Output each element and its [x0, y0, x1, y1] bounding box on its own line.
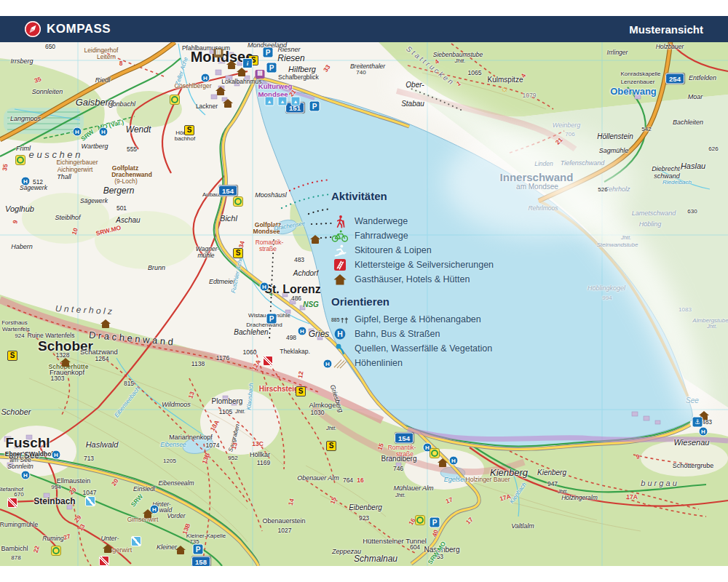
- road-shield: 254: [665, 73, 684, 84]
- svg-text:885: 885: [331, 317, 340, 322]
- leisure-icon: [233, 196, 243, 207]
- header-bar: KOMPASS Musteransicht: [0, 16, 728, 42]
- trail-number: 13: [231, 442, 239, 450]
- bike-icon: [331, 230, 349, 242]
- legend-activity-item: Wanderwege: [331, 214, 494, 228]
- parking-icon: P: [266, 63, 277, 73]
- leisure-icon: [415, 515, 425, 525]
- info-icon: i: [242, 58, 253, 68]
- hut-icon: [144, 514, 151, 518]
- kompass-sample-page: KOMPASS Musteransicht: [0, 0, 728, 582]
- trail-number: 12: [297, 371, 304, 379]
- bus-stop-icon: H: [52, 450, 61, 460]
- legend-orientation-title: Orientieren: [331, 295, 492, 308]
- trail-number: 14: [288, 498, 296, 506]
- legend-orientation-label: Quellen, Wasserfälle & Vegetation: [355, 343, 492, 354]
- hut-icon: [102, 324, 109, 328]
- road-shield: 158: [191, 557, 210, 567]
- legend-orientation-label: Bahn, Bus & Straßen: [355, 329, 440, 339]
- legend-activity-label: Klettersteige & Seilversicherungen: [355, 260, 494, 270]
- bus-stop-icon: H: [260, 282, 269, 292]
- legend-activity-item: Gasthäuser, Hotels & Hütten: [331, 272, 494, 287]
- ski-icon: [85, 496, 95, 506]
- parking-icon: P: [263, 47, 274, 58]
- parking-icon: P: [193, 544, 204, 555]
- bus-stop-icon: H: [699, 427, 708, 436]
- bus-icon: H: [331, 328, 349, 340]
- ski-icon: [331, 244, 349, 258]
- via-ferrata-icon: [99, 556, 109, 566]
- legend-orientation-label: Höhenlinien: [355, 358, 403, 368]
- contour-icon: [331, 358, 349, 369]
- legend-activity-label: Gasthäuser, Hotels & Hütten: [355, 274, 470, 284]
- bus-stop-icon: H: [21, 177, 31, 186]
- brand-name: KOMPASS: [47, 22, 111, 36]
- bus-stop-icon: H: [201, 73, 210, 83]
- legend-activity-item: Klettersteige & Seilversicherungen: [331, 258, 494, 272]
- parking-icon: P: [309, 101, 320, 112]
- legend-orientation-item: 885Gipfel, Berge & Höhenangaben: [331, 312, 492, 327]
- trail-number: 17A: [626, 494, 638, 501]
- legend-orientation-item: HBahn, Bus & Straßen: [331, 327, 492, 341]
- bus-s-icon: S: [7, 351, 17, 361]
- hut-icon: [331, 274, 349, 285]
- leisure-icon: [15, 155, 25, 165]
- boating-icon: ▲: [291, 97, 301, 106]
- ski-icon: [131, 536, 141, 546]
- hut-icon: [238, 72, 245, 76]
- bus-s-icon: S: [184, 125, 194, 135]
- hut-icon: [104, 549, 111, 553]
- legend-activity-label: Wanderwege: [355, 216, 408, 226]
- legend-activities: Aktivitäten WanderwegeFahrradwegeSkitour…: [331, 190, 494, 287]
- leisure-icon: [51, 546, 61, 556]
- parking-icon: P: [266, 314, 277, 324]
- trail-number: 35: [1, 164, 9, 172]
- hut-icon: [439, 463, 446, 467]
- bus-stop-icon: H: [73, 127, 82, 137]
- hut-icon: [62, 362, 69, 367]
- leisure-icon: [430, 448, 440, 458]
- bus-stop-icon: H: [449, 456, 459, 466]
- legend-activities-title: Aktivitäten: [331, 190, 494, 202]
- bus-s-icon: S: [233, 248, 243, 258]
- legend-orientation-item: Quellen, Wasserfälle & Vegetation: [331, 341, 492, 356]
- boating-icon: ▲: [265, 97, 274, 106]
- hut-icon: [312, 239, 319, 244]
- summit-icon: 885: [331, 314, 349, 325]
- hut-icon: [224, 103, 232, 108]
- parking-icon: P: [430, 517, 440, 528]
- bus-stop-icon: H: [99, 127, 108, 137]
- bus-s-icon: S: [326, 441, 336, 451]
- culture-icon: Ⅲ: [256, 70, 265, 79]
- hut-icon: [217, 91, 224, 95]
- map-canvas[interactable]: Aktivitäten WanderwegeFahrradwegeSkitour…: [0, 42, 728, 566]
- trail-number: 9: [636, 453, 640, 460]
- legend-activity-item: Fahrradwege: [331, 228, 494, 243]
- trail-number: 27: [63, 533, 71, 541]
- hut-icon: [228, 65, 235, 69]
- legend-orientation-item: Höhenlinien: [331, 356, 492, 370]
- road-shield: 154: [395, 433, 414, 444]
- trail-number: 8: [119, 60, 123, 67]
- kompass-logo-icon: [25, 21, 41, 37]
- road-shield: 154: [218, 186, 237, 196]
- kompass-brand: KOMPASS: [25, 21, 111, 37]
- leisure-icon: [170, 95, 180, 105]
- harbor-icon: ⚓: [692, 417, 703, 428]
- trail-number: 22: [33, 545, 41, 553]
- boating-icon: ▲: [278, 97, 288, 106]
- hut-icon: [177, 550, 184, 554]
- bus-stop-icon: H: [21, 471, 31, 480]
- via-ferrata-icon: [263, 356, 273, 366]
- ferrata-icon: [331, 259, 349, 271]
- sample-view-label: Musteransicht: [629, 23, 703, 36]
- via-ferrata-icon: [7, 498, 17, 508]
- bus-stop-icon: H: [298, 327, 307, 336]
- viewpoint-icon: ☼: [500, 84, 509, 93]
- bottom-margin: [0, 566, 728, 582]
- trail-number: 13C: [252, 441, 264, 447]
- legend-activity-label: Fahrradwege: [355, 231, 408, 241]
- museum-icon: Ⅲ: [214, 49, 223, 57]
- bus-s-icon: S: [296, 386, 306, 396]
- spring-icon: [331, 343, 349, 355]
